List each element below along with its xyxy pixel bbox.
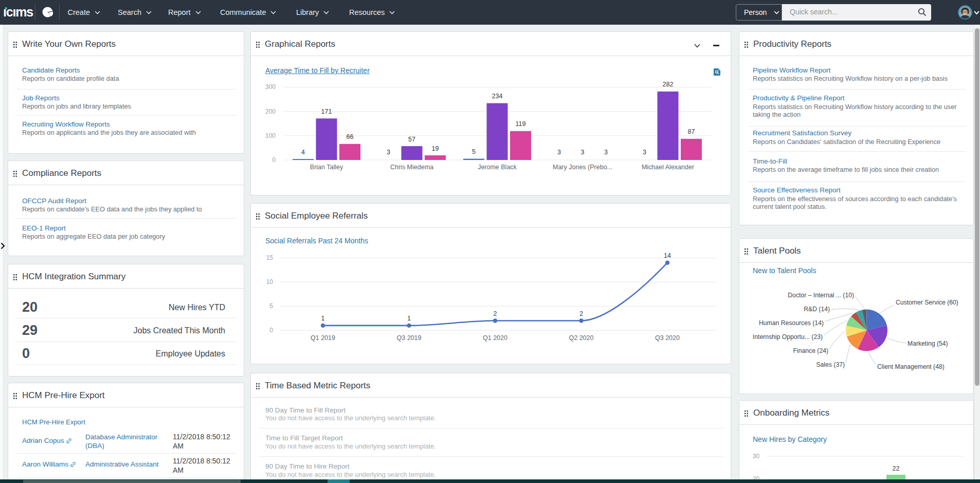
svg-text:R&D (14): R&D (14) [804,306,830,313]
svg-text:Q2 2020: Q2 2020 [569,334,594,342]
svg-text:Client Management (48): Client Management (48) [877,363,945,370]
svg-text:0: 0 [272,156,276,164]
svg-text:171: 171 [321,108,332,115]
svg-text:3: 3 [643,149,646,156]
svg-text:3: 3 [387,149,390,156]
svg-text:Jerome Black: Jerome Black [478,164,517,171]
svg-text:30: 30 [753,453,760,460]
svg-text:282: 282 [663,81,674,88]
svg-text:100: 100 [265,132,276,139]
svg-text:Q3 2020: Q3 2020 [655,334,680,342]
svg-text:1: 1 [407,315,411,322]
svg-text:10: 10 [266,278,274,285]
svg-text:3: 3 [557,149,561,156]
svg-text:3: 3 [581,149,585,156]
svg-text:5: 5 [472,148,476,155]
svg-text:234: 234 [492,93,503,100]
svg-text:4: 4 [301,149,305,156]
svg-text:15: 15 [266,254,274,261]
svg-text:22: 22 [893,465,900,472]
svg-text:Sales (37): Sales (37) [816,361,845,368]
svg-text:19: 19 [432,145,439,152]
svg-text:1: 1 [321,315,325,322]
svg-text:0: 0 [269,327,273,334]
svg-text:Finance (24): Finance (24) [793,347,828,354]
svg-text:57: 57 [408,136,415,143]
svg-text:Brian Talley: Brian Talley [310,164,343,171]
svg-text:Q1 2019: Q1 2019 [311,334,335,342]
svg-text:14: 14 [664,252,671,259]
svg-text:66: 66 [347,133,354,140]
svg-text:2: 2 [494,310,497,317]
svg-text:Chris Miedema: Chris Miedema [390,164,433,171]
svg-text:200: 200 [265,108,276,115]
svg-text:2: 2 [579,310,583,317]
svg-text:Doctor – Internal ... (10): Doctor – Internal ... (10) [788,292,854,299]
svg-text:3: 3 [604,149,608,156]
svg-text:Internship Opportu... (23): Internship Opportu... (23) [753,333,823,341]
svg-text:Customer Service (60): Customer Service (60) [896,299,958,306]
svg-text:Mary Jones (Prebo...: Mary Jones (Prebo... [553,164,612,171]
svg-text:87: 87 [688,128,695,135]
svg-text:Marketing (54): Marketing (54) [908,340,948,347]
svg-text:119: 119 [516,120,526,128]
svg-text:300: 300 [265,83,276,91]
svg-text:Michael Alexander: Michael Alexander [642,164,694,171]
svg-text:Q3 2019: Q3 2019 [397,334,422,342]
svg-text:5: 5 [269,302,273,310]
svg-text:Q1 2020: Q1 2020 [483,334,507,342]
svg-text:Human Resources (14): Human Resources (14) [759,319,824,327]
